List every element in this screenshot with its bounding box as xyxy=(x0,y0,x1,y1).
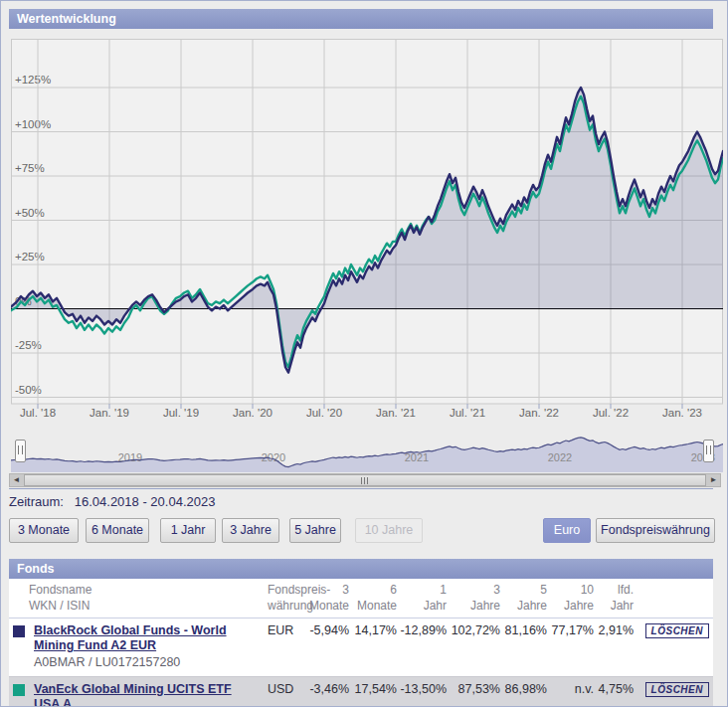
col-header-3-monate: 3Monate xyxy=(301,582,349,614)
period-button-3-monate[interactable]: 3 Monate xyxy=(9,518,79,543)
series-color-swatch xyxy=(13,684,25,696)
fund-currency: USD xyxy=(240,681,301,707)
value-3-jahre: 102,72% xyxy=(447,622,500,670)
col-header-fondsname: Fondsname xyxy=(29,582,240,598)
fonds-title: Fonds xyxy=(17,562,55,576)
value-10-jahre: n.v. xyxy=(547,681,594,707)
navigator-chart-svg[interactable]: 20192020202120222023 xyxy=(11,435,723,472)
y-axis-label: +25% xyxy=(15,251,45,263)
timeframe-value: 16.04.2018 - 20.04.2023 xyxy=(75,494,216,509)
value-5-jahre: 86,98% xyxy=(500,681,547,707)
panel-title-bar: Wertentwicklung xyxy=(9,9,713,29)
delete-fund-button[interactable]: LÖSCHEN xyxy=(645,623,709,638)
chart-navigator[interactable]: 20192020202120222023 xyxy=(11,435,723,472)
col-header-10-jahre: 10Jahre xyxy=(547,582,594,614)
y-axis-label: +75% xyxy=(15,162,45,174)
y-axis-label: +125% xyxy=(15,74,51,86)
currency-button-euro[interactable]: Euro xyxy=(543,518,591,543)
x-axis-label: Jan. '21 xyxy=(376,407,416,419)
fonds-title-bar: Fonds xyxy=(9,559,713,579)
period-button-row: 3 Monate 6 Monate 1 Jahr 3 Jahre 5 Jahre… xyxy=(9,518,721,543)
x-axis-label: Jan. '19 xyxy=(90,407,129,419)
value-3-jahre: 87,53% xyxy=(447,681,500,707)
navigator-year-label: 2022 xyxy=(548,451,572,463)
x-axis-label: Jan. '22 xyxy=(519,407,559,419)
period-button-5-jahre[interactable]: 5 Jahre xyxy=(289,518,341,543)
col-header-currency-l2: währung xyxy=(268,598,301,614)
currency-button-fondspreiswaehrung[interactable]: Fondspreiswährung xyxy=(596,518,715,543)
period-button-6-monate[interactable]: 6 Monate xyxy=(86,518,149,543)
delete-fund-button[interactable]: LÖSCHEN xyxy=(645,682,709,697)
scrollbar-right-arrow-icon[interactable]: ► xyxy=(707,474,720,486)
series-color-swatch xyxy=(13,625,25,637)
scrollbar-grip-icon xyxy=(361,477,369,484)
value-1-jahr: -13,50% xyxy=(397,681,447,707)
navigator-year-label: 2021 xyxy=(405,451,429,463)
fund-link-vaneck[interactable]: VanEck Global Mining UCITS ETF USA A xyxy=(34,682,240,707)
value-10-jahre: 77,17% xyxy=(547,622,594,670)
period-button-3-jahre[interactable]: 3 Jahre xyxy=(222,518,279,543)
fund-currency: EUR xyxy=(240,622,301,670)
value-5-jahre: 81,16% xyxy=(500,622,547,670)
col-header-6-monate: 6Monate xyxy=(349,582,397,614)
chart-scrollbar[interactable]: ◄ ► xyxy=(9,473,721,487)
value-lfd-jahr: 4,75% xyxy=(594,681,634,707)
period-button-1-jahr[interactable]: 1 Jahr xyxy=(160,518,216,543)
col-header-3-jahre: 3Jahre xyxy=(447,582,500,614)
panel-divider xyxy=(9,488,713,489)
panel-title: Wertentwicklung xyxy=(17,12,116,26)
timeframe-row: Zeitraum: 16.04.2018 - 20.04.2023 xyxy=(9,494,215,509)
x-axis-label: Jul. '22 xyxy=(593,407,629,419)
col-header-1-jahr: 1Jahr xyxy=(397,582,447,614)
col-header-action xyxy=(634,582,713,614)
y-axis-label: +50% xyxy=(15,207,45,219)
period-button-10-jahre: 10 Jahre xyxy=(355,518,423,543)
timeframe-label: Zeitraum: xyxy=(9,494,64,509)
x-axis-label: Jan. '20 xyxy=(233,407,273,419)
fund-link-blackrock[interactable]: BlackRock Global Funds - World Mining Fu… xyxy=(34,623,240,653)
scrollbar-thumb[interactable] xyxy=(24,474,706,486)
fonds-table: Fondsname WKN / ISIN Fondspreis- währung… xyxy=(9,579,713,707)
performance-chart[interactable]: +125%+100%+75%+50%+25%0%-25%-50%Jul. '18… xyxy=(11,37,723,419)
x-axis-label: Jul. '18 xyxy=(20,407,56,419)
value-6-monate: 14,17% xyxy=(349,622,397,670)
x-axis-label: Jul. '21 xyxy=(450,407,485,419)
value-1-jahr: -12,89% xyxy=(397,622,447,670)
wertentwicklung-panel: Wertentwicklung +125%+100%+75%+50%+25%0%… xyxy=(0,0,728,707)
table-header-row: Fondsname WKN / ISIN Fondspreis- währung… xyxy=(9,579,713,619)
col-header-5-jahre: 5Jahre xyxy=(500,582,547,614)
value-3-monate: -5,94% xyxy=(301,622,349,670)
y-axis-label: +100% xyxy=(15,118,51,130)
x-axis-label: Jan. '23 xyxy=(662,407,702,419)
performance-chart-svg[interactable]: +125%+100%+75%+50%+25%0%-25%-50%Jul. '18… xyxy=(11,37,723,419)
x-axis-label: Jul. '19 xyxy=(163,407,199,419)
col-header-currency-l1: Fondspreis- xyxy=(268,582,301,598)
value-3-monate: -3,46% xyxy=(301,681,349,707)
x-axis-label: Jul. '20 xyxy=(306,407,342,419)
navigator-right-handle[interactable] xyxy=(703,440,714,462)
navigator-left-handle[interactable] xyxy=(15,440,26,462)
scrollbar-left-arrow-icon[interactable]: ◄ xyxy=(10,474,23,486)
value-6-monate: 17,54% xyxy=(349,681,397,707)
col-header-wkn-isin: WKN / ISIN xyxy=(29,598,240,614)
fund-row-blackrock: BlackRock Global Funds - World Mining Fu… xyxy=(9,619,713,677)
col-header-lfd-jahr: lfd.Jahr xyxy=(594,582,634,614)
fund-row-vaneck: VanEck Global Mining UCITS ETF USA A A2J… xyxy=(9,677,713,707)
fund-wkn-isin: A0BMAR / LU0172157280 xyxy=(34,655,240,670)
value-lfd-jahr: 2,91% xyxy=(594,622,634,670)
